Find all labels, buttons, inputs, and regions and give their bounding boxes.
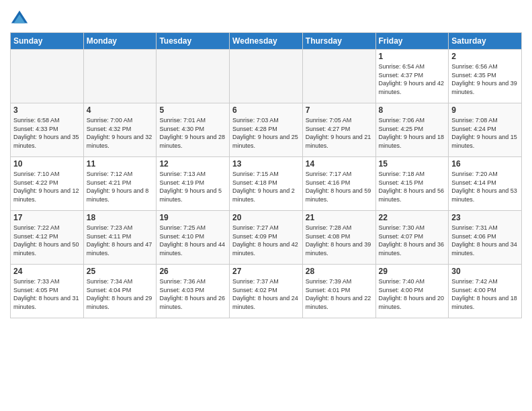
day-info: Sunrise: 7:37 AM Sunset: 4:02 PM Dayligh… bbox=[232, 277, 300, 311]
day-info: Sunrise: 7:40 AM Sunset: 4:00 PM Dayligh… bbox=[379, 277, 446, 311]
calendar-cell-1: 1Sunrise: 6:54 AM Sunset: 4:37 PM Daylig… bbox=[375, 50, 449, 103]
calendar-cell-30: 30Sunrise: 7:42 AM Sunset: 4:00 PM Dayli… bbox=[449, 265, 522, 318]
calendar-cell-22: 22Sunrise: 7:30 AM Sunset: 4:07 PM Dayli… bbox=[375, 211, 449, 265]
day-number: 25 bbox=[87, 267, 154, 276]
day-info: Sunrise: 7:25 AM Sunset: 4:10 PM Dayligh… bbox=[159, 224, 226, 257]
calendar-cell-empty bbox=[11, 50, 84, 103]
day-number: 30 bbox=[451, 267, 519, 276]
day-info: Sunrise: 7:13 AM Sunset: 4:19 PM Dayligh… bbox=[159, 170, 226, 203]
calendar-cell-14: 14Sunrise: 7:17 AM Sunset: 4:16 PM Dayli… bbox=[302, 157, 375, 211]
day-number: 14 bbox=[306, 159, 373, 169]
logo bbox=[10, 9, 30, 28]
day-number: 7 bbox=[306, 105, 373, 115]
day-info: Sunrise: 7:20 AM Sunset: 4:14 PM Dayligh… bbox=[451, 170, 519, 203]
calendar-cell-empty bbox=[157, 50, 230, 103]
calendar-header-saturday: Saturday bbox=[449, 33, 522, 50]
header bbox=[10, 7, 522, 28]
day-number: 15 bbox=[379, 159, 446, 169]
day-number: 1 bbox=[379, 52, 446, 61]
calendar-header-sunday: Sunday bbox=[11, 33, 84, 50]
calendar-cell-27: 27Sunrise: 7:37 AM Sunset: 4:02 PM Dayli… bbox=[230, 265, 303, 318]
calendar-cell-4: 4Sunrise: 7:00 AM Sunset: 4:32 PM Daylig… bbox=[83, 103, 157, 157]
day-info: Sunrise: 7:08 AM Sunset: 4:24 PM Dayligh… bbox=[451, 116, 519, 150]
calendar-cell-23: 23Sunrise: 7:31 AM Sunset: 4:06 PM Dayli… bbox=[449, 211, 522, 265]
calendar-cell-21: 21Sunrise: 7:28 AM Sunset: 4:08 PM Dayli… bbox=[302, 211, 375, 265]
calendar-week-4: 24Sunrise: 7:33 AM Sunset: 4:05 PM Dayli… bbox=[11, 265, 522, 318]
day-number: 26 bbox=[159, 267, 226, 276]
calendar-cell-2: 2Sunrise: 6:56 AM Sunset: 4:35 PM Daylig… bbox=[449, 50, 522, 103]
calendar-cell-29: 29Sunrise: 7:40 AM Sunset: 4:00 PM Dayli… bbox=[375, 265, 449, 318]
day-info: Sunrise: 7:31 AM Sunset: 4:06 PM Dayligh… bbox=[451, 224, 519, 257]
calendar-cell-12: 12Sunrise: 7:13 AM Sunset: 4:19 PM Dayli… bbox=[157, 157, 230, 211]
day-number: 12 bbox=[159, 159, 226, 169]
day-number: 29 bbox=[379, 267, 446, 276]
day-number: 4 bbox=[87, 105, 154, 115]
day-info: Sunrise: 7:36 AM Sunset: 4:03 PM Dayligh… bbox=[159, 277, 226, 311]
calendar-cell-19: 19Sunrise: 7:25 AM Sunset: 4:10 PM Dayli… bbox=[157, 211, 230, 265]
day-info: Sunrise: 7:05 AM Sunset: 4:27 PM Dayligh… bbox=[306, 116, 373, 150]
day-info: Sunrise: 7:06 AM Sunset: 4:25 PM Dayligh… bbox=[379, 116, 446, 150]
day-number: 5 bbox=[159, 105, 226, 115]
calendar-week-0: 1Sunrise: 6:54 AM Sunset: 4:37 PM Daylig… bbox=[11, 50, 522, 103]
day-number: 6 bbox=[232, 105, 300, 115]
calendar-header-friday: Friday bbox=[375, 33, 449, 50]
day-info: Sunrise: 7:27 AM Sunset: 4:09 PM Dayligh… bbox=[232, 224, 300, 257]
calendar-cell-empty bbox=[230, 50, 303, 103]
day-info: Sunrise: 7:03 AM Sunset: 4:28 PM Dayligh… bbox=[232, 116, 300, 150]
calendar-cell-28: 28Sunrise: 7:39 AM Sunset: 4:01 PM Dayli… bbox=[302, 265, 375, 318]
day-number: 21 bbox=[306, 213, 373, 222]
calendar-cell-5: 5Sunrise: 7:01 AM Sunset: 4:30 PM Daylig… bbox=[157, 103, 230, 157]
day-number: 9 bbox=[451, 105, 519, 115]
calendar-cell-25: 25Sunrise: 7:34 AM Sunset: 4:04 PM Dayli… bbox=[83, 265, 157, 318]
calendar-cell-16: 16Sunrise: 7:20 AM Sunset: 4:14 PM Dayli… bbox=[449, 157, 522, 211]
calendar-cell-15: 15Sunrise: 7:18 AM Sunset: 4:15 PM Dayli… bbox=[375, 157, 449, 211]
day-info: Sunrise: 6:56 AM Sunset: 4:35 PM Dayligh… bbox=[451, 62, 519, 96]
calendar-cell-20: 20Sunrise: 7:27 AM Sunset: 4:09 PM Dayli… bbox=[230, 211, 303, 265]
day-info: Sunrise: 7:22 AM Sunset: 4:12 PM Dayligh… bbox=[13, 224, 81, 257]
calendar-cell-3: 3Sunrise: 6:58 AM Sunset: 4:33 PM Daylig… bbox=[11, 103, 84, 157]
day-info: Sunrise: 6:58 AM Sunset: 4:33 PM Dayligh… bbox=[13, 116, 81, 150]
day-number: 2 bbox=[451, 52, 519, 61]
calendar-header-wednesday: Wednesday bbox=[230, 33, 303, 50]
calendar-cell-17: 17Sunrise: 7:22 AM Sunset: 4:12 PM Dayli… bbox=[11, 211, 84, 265]
day-info: Sunrise: 6:54 AM Sunset: 4:37 PM Dayligh… bbox=[379, 62, 446, 96]
day-info: Sunrise: 7:17 AM Sunset: 4:16 PM Dayligh… bbox=[306, 170, 373, 203]
day-number: 28 bbox=[306, 267, 373, 276]
calendar-cell-empty bbox=[83, 50, 157, 103]
day-number: 8 bbox=[379, 105, 446, 115]
day-number: 17 bbox=[13, 213, 81, 222]
calendar-week-3: 17Sunrise: 7:22 AM Sunset: 4:12 PM Dayli… bbox=[11, 211, 522, 265]
day-number: 20 bbox=[232, 213, 300, 222]
day-info: Sunrise: 7:33 AM Sunset: 4:05 PM Dayligh… bbox=[13, 277, 81, 311]
day-info: Sunrise: 7:30 AM Sunset: 4:07 PM Dayligh… bbox=[379, 224, 446, 257]
day-info: Sunrise: 7:01 AM Sunset: 4:30 PM Dayligh… bbox=[159, 116, 226, 150]
day-number: 16 bbox=[451, 159, 519, 169]
day-number: 11 bbox=[87, 159, 154, 169]
calendar-cell-26: 26Sunrise: 7:36 AM Sunset: 4:03 PM Dayli… bbox=[157, 265, 230, 318]
calendar-header-monday: Monday bbox=[83, 33, 157, 50]
day-number: 27 bbox=[232, 267, 300, 276]
calendar-cell-10: 10Sunrise: 7:10 AM Sunset: 4:22 PM Dayli… bbox=[11, 157, 84, 211]
page: SundayMondayTuesdayWednesdayThursdayFrid… bbox=[0, 0, 532, 411]
calendar-cell-7: 7Sunrise: 7:05 AM Sunset: 4:27 PM Daylig… bbox=[302, 103, 375, 157]
calendar-header-tuesday: Tuesday bbox=[157, 33, 230, 50]
day-info: Sunrise: 7:34 AM Sunset: 4:04 PM Dayligh… bbox=[87, 277, 154, 311]
day-info: Sunrise: 7:00 AM Sunset: 4:32 PM Dayligh… bbox=[87, 116, 154, 150]
day-info: Sunrise: 7:10 AM Sunset: 4:22 PM Dayligh… bbox=[13, 170, 81, 203]
logo-icon bbox=[10, 9, 29, 28]
calendar-cell-11: 11Sunrise: 7:12 AM Sunset: 4:21 PM Dayli… bbox=[83, 157, 157, 211]
calendar-header-thursday: Thursday bbox=[302, 33, 375, 50]
day-info: Sunrise: 7:23 AM Sunset: 4:11 PM Dayligh… bbox=[87, 224, 154, 257]
day-number: 24 bbox=[13, 267, 81, 276]
day-number: 10 bbox=[13, 159, 81, 169]
day-info: Sunrise: 7:39 AM Sunset: 4:01 PM Dayligh… bbox=[306, 277, 373, 311]
calendar-cell-9: 9Sunrise: 7:08 AM Sunset: 4:24 PM Daylig… bbox=[449, 103, 522, 157]
day-info: Sunrise: 7:15 AM Sunset: 4:18 PM Dayligh… bbox=[232, 170, 300, 203]
calendar-cell-6: 6Sunrise: 7:03 AM Sunset: 4:28 PM Daylig… bbox=[230, 103, 303, 157]
day-info: Sunrise: 7:18 AM Sunset: 4:15 PM Dayligh… bbox=[379, 170, 446, 203]
day-info: Sunrise: 7:28 AM Sunset: 4:08 PM Dayligh… bbox=[306, 224, 373, 257]
day-number: 23 bbox=[451, 213, 519, 222]
day-number: 19 bbox=[159, 213, 226, 222]
calendar-cell-8: 8Sunrise: 7:06 AM Sunset: 4:25 PM Daylig… bbox=[375, 103, 449, 157]
calendar-header-row: SundayMondayTuesdayWednesdayThursdayFrid… bbox=[11, 33, 522, 50]
